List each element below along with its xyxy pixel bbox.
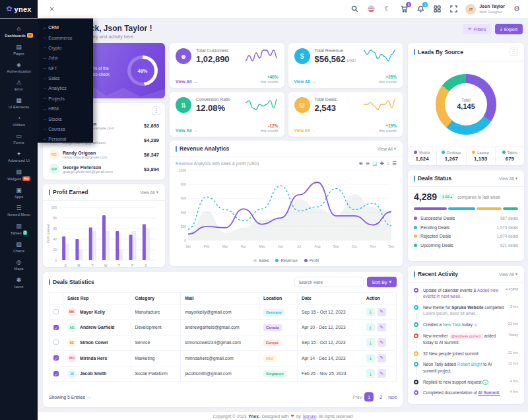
selection-zoom-icon[interactable]: ◲ [372, 160, 377, 166]
stat-view-all-button[interactable]: View All→ [176, 128, 197, 133]
sidebar-item-utilities[interactable]: ◔Utilities [0, 112, 38, 130]
avatar: RO [49, 149, 59, 160]
download-button[interactable]: ⤓ [366, 308, 375, 316]
revenue-chart-legend: SalesRevenueProfit [170, 258, 403, 266]
svg-text:Apr: Apr [241, 244, 246, 248]
sidebar-item-ui-elements[interactable]: ▦Ui Elements [0, 94, 38, 112]
download-button[interactable]: ⤓ [366, 338, 375, 347]
dark-mode-moon-icon[interactable]: ☾ [383, 5, 392, 14]
language-flag-icon[interactable] [366, 5, 376, 14]
edit-button[interactable]: ✎ [378, 354, 386, 363]
revenue-view-all-button[interactable]: View All▾ [377, 145, 397, 152]
stat-card-conversion-ratio: ⇅Conversion Ratio12.08%View All→-12%this… [170, 92, 284, 137]
edit-button[interactable]: ✎ [378, 369, 386, 378]
legend-item[interactable]: Revenue [275, 258, 297, 263]
table-row: MKMayor KellyManufacturemayorkelly@gmail… [50, 304, 397, 320]
zoom-in-icon[interactable]: ⊕ [359, 160, 363, 166]
edit-button[interactable]: ✎ [378, 323, 386, 332]
search-icon[interactable] [350, 5, 359, 14]
sidebar-item-tables[interactable]: ▥Tables3 [0, 220, 38, 238]
submenu-item-hrm[interactable]: –HRM [38, 104, 93, 114]
leads-menu-icon[interactable]: ⋮ [510, 48, 518, 56]
row-checkbox[interactable]: ✓ [53, 325, 59, 330]
chevron-down-icon: ▾ [515, 176, 517, 181]
submenu-item-crm[interactable]: –CRM [38, 22, 93, 32]
svg-text:S: S [145, 263, 147, 267]
submenu-item-sales[interactable]: –Sales [38, 73, 93, 83]
deals-status-row: Rejected Deals1,674 deals [414, 234, 518, 238]
edit-button[interactable]: ✎ [378, 308, 386, 316]
apps-grid-icon[interactable] [432, 5, 442, 14]
svg-text:Nov: Nov [370, 244, 376, 248]
activity-view-all-button[interactable]: View All▾ [498, 271, 518, 277]
sidebar-item-advanced-ui[interactable]: ✦Advanced Ui [0, 148, 38, 166]
spruko-link[interactable]: Spruko [303, 414, 317, 419]
sidebar-toggle-close-icon[interactable]: × [50, 5, 54, 14]
row-checkbox[interactable] [53, 309, 59, 314]
sidebar-item-widgets[interactable]: ▧WidgetsHot [0, 166, 38, 184]
next-page-button[interactable]: next [388, 395, 397, 400]
reset-home-icon[interactable]: ⌂ [387, 160, 390, 166]
pagination: Prev12next [352, 392, 397, 402]
submenu-item-nft[interactable]: –NFT [38, 63, 93, 73]
submenu-item-projects[interactable]: –Projects [38, 94, 93, 104]
sidebar-badge: Hot [22, 176, 30, 181]
sidebar-item-nested-menu[interactable]: ☰Nested Menu [0, 202, 38, 220]
sidebar-item-authentication[interactable]: ◈Authentication [0, 59, 38, 77]
download-button[interactable]: ⤓ [366, 369, 375, 378]
row-checkbox[interactable] [53, 339, 59, 345]
sidebar-item-maps[interactable]: ◎Maps [0, 256, 38, 274]
deals-statistics-title: Deals Statistics [49, 279, 94, 285]
submenu-item-crypto[interactable]: –Crypto [38, 43, 93, 53]
sidebar-item-apps[interactable]: ▣Apps [0, 184, 38, 202]
stat-view-all-button[interactable]: View All→ [294, 79, 316, 84]
sort-by-button[interactable]: Sort By▾ [367, 277, 397, 287]
user-menu[interactable]: JT Json Taylor Web Designer [465, 4, 505, 15]
avatar: AG [67, 323, 77, 332]
top-deals-menu-icon[interactable]: ⋮ [152, 106, 160, 115]
sidebar-item-charts[interactable]: ▨Charts [0, 238, 38, 256]
edit-button[interactable]: ✎ [378, 338, 386, 347]
stat-view-all-button[interactable]: View All→ [176, 79, 197, 84]
sidebar-item-forms[interactable]: ▭Forms [0, 130, 38, 148]
sparkline-chart [362, 48, 397, 64]
filters-button[interactable]: ≋Filters [463, 24, 492, 34]
sidebar-item-dashboards[interactable]: ⌂Dashboards12 [0, 22, 38, 41]
legend-item[interactable]: Sales [253, 258, 269, 263]
pan-icon[interactable]: ✚ [380, 160, 383, 166]
submenu-item-personal[interactable]: –Personal [38, 134, 93, 144]
sidebar-item-pages[interactable]: ▤Pages [0, 41, 38, 59]
legend-item[interactable]: Profit [304, 258, 319, 263]
export-button[interactable]: ⤓Export [495, 24, 523, 34]
notifications-bell-icon[interactable]: 3 [416, 5, 425, 14]
sidebar-item-error[interactable]: ⚠Error [0, 77, 38, 94]
submenu-item-analytics[interactable]: –Analytics [38, 83, 93, 93]
row-checkbox[interactable]: ✓ [53, 371, 59, 376]
stat-card-total-revenue: $Total Revenue$56,562 USDView All→+25%th… [288, 43, 403, 88]
fullscreen-icon[interactable] [449, 5, 458, 14]
table-search-input[interactable] [294, 277, 364, 287]
revenue-analytics-card: Revenue Analytics View All▾ Revenue Anal… [170, 141, 403, 266]
deals-status-view-all-button[interactable]: View All▾ [498, 175, 518, 182]
page-number-button[interactable]: 2 [376, 392, 385, 402]
app-logo[interactable]: ✿ ynex [0, 0, 38, 18]
settings-gear-icon[interactable]: ⚙ [512, 5, 521, 14]
svg-text:400: 400 [181, 211, 187, 215]
submenu-item-stocks[interactable]: –Stocks [38, 114, 93, 123]
topbar-main: × ☾ 5 3 JT Json T [38, 0, 528, 18]
sidebar-item-icons[interactable]: ✽Icons [0, 274, 38, 292]
menu-icon[interactable]: ☰ [392, 160, 397, 166]
page-number-button[interactable]: 1 [364, 392, 374, 402]
download-button[interactable]: ⤓ [366, 354, 375, 363]
zoom-out-icon[interactable]: ⊖ [366, 160, 370, 166]
download-button[interactable]: ⤓ [366, 323, 375, 332]
submenu-item-ecommerce[interactable]: –Ecommerce [38, 32, 93, 42]
profit-view-all-button[interactable]: View All▾ [139, 189, 159, 195]
row-checkbox[interactable]: ✓ [53, 355, 59, 361]
prev-page-button[interactable]: Prev [352, 395, 362, 400]
deals-status-compare: compared to last week [457, 195, 500, 199]
submenu-item-courses[interactable]: –Courses [38, 124, 93, 134]
submenu-item-jobs[interactable]: –Jobs [38, 53, 93, 63]
cart-icon[interactable]: 5 [399, 5, 409, 14]
stat-view-all-button[interactable]: View All→ [294, 128, 316, 133]
